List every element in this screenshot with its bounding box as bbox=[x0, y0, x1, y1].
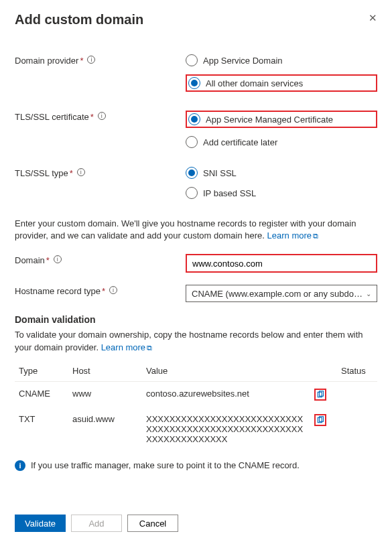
page-title: Add custom domain bbox=[15, 12, 143, 27]
domain-description: Enter your custom domain. We'll give you… bbox=[15, 218, 377, 242]
info-banner: i If you use traffic manager, make sure … bbox=[15, 460, 377, 471]
table-row: CNAME www contoso.azurewebsites.net bbox=[15, 381, 377, 407]
info-icon[interactable]: i bbox=[98, 112, 106, 120]
domain-label: Domain* i bbox=[15, 254, 186, 273]
copy-icon bbox=[316, 416, 324, 424]
info-icon: i bbox=[15, 460, 25, 471]
copy-button[interactable] bbox=[314, 389, 326, 401]
radio-icon bbox=[188, 113, 200, 125]
copy-button[interactable] bbox=[314, 414, 326, 426]
info-icon[interactable]: i bbox=[109, 286, 117, 294]
col-type: Type bbox=[15, 360, 68, 382]
info-icon[interactable]: i bbox=[87, 56, 95, 64]
validate-button[interactable]: Validate bbox=[15, 515, 66, 532]
radio-app-service-managed-cert[interactable]: App Service Managed Certificate bbox=[188, 113, 333, 125]
hostname-record-type-label: Hostname record type* i bbox=[15, 285, 186, 302]
radio-icon bbox=[186, 54, 198, 66]
radio-add-cert-later[interactable]: Add certificate later bbox=[186, 136, 377, 148]
radio-icon bbox=[186, 167, 198, 179]
cancel-button[interactable]: Cancel bbox=[127, 515, 178, 532]
domain-provider-label: Domain provider* i bbox=[15, 54, 186, 92]
info-icon[interactable]: i bbox=[54, 255, 62, 263]
copy-icon bbox=[316, 391, 324, 399]
col-status: Status bbox=[337, 360, 377, 382]
tls-cert-label: TLS/SSL certificate* i bbox=[15, 111, 186, 148]
validation-table: Type Host Value Status CNAME www contoso… bbox=[15, 360, 377, 451]
chevron-down-icon: ⌄ bbox=[366, 290, 371, 297]
close-icon[interactable]: ✕ bbox=[369, 12, 377, 24]
info-icon[interactable]: i bbox=[77, 168, 85, 176]
external-link-icon: ⧉ bbox=[313, 231, 318, 241]
radio-ip-based-ssl[interactable]: IP based SSL bbox=[186, 187, 377, 199]
radio-sni-ssl[interactable]: SNI SSL bbox=[186, 167, 377, 179]
radio-all-other-domain-services[interactable]: All other domain services bbox=[188, 77, 303, 89]
add-button: Add bbox=[71, 515, 122, 532]
domain-validation-heading: Domain validation bbox=[15, 314, 377, 325]
col-host: Host bbox=[68, 360, 142, 382]
learn-more-link[interactable]: Learn more⧉ bbox=[267, 230, 318, 241]
domain-input[interactable] bbox=[187, 255, 376, 271]
radio-icon bbox=[186, 187, 198, 199]
domain-validation-description: To validate your domain ownership, copy … bbox=[15, 329, 377, 353]
col-value: Value bbox=[142, 360, 310, 382]
learn-more-link[interactable]: Learn more⧉ bbox=[101, 342, 152, 352]
external-link-icon: ⧉ bbox=[147, 343, 152, 353]
hostname-record-type-select[interactable]: CNAME (www.example.com or any subdo… ⌄ bbox=[186, 285, 377, 302]
radio-icon bbox=[188, 77, 200, 89]
radio-icon bbox=[186, 136, 198, 148]
radio-app-service-domain[interactable]: App Service Domain bbox=[186, 54, 377, 66]
table-row: TXT asuid.www XXXXXXXXXXXXXXXXXXXXXXXXXX… bbox=[15, 407, 377, 451]
tls-type-label: TLS/SSL type* i bbox=[15, 167, 186, 199]
